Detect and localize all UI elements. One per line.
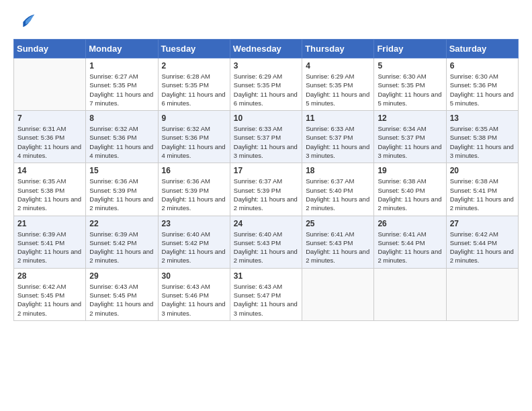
day-info: Sunrise: 6:32 AMSunset: 5:36 PMDaylight:… xyxy=(162,124,226,160)
header-day-tuesday: Tuesday xyxy=(158,40,230,58)
day-number: 11 xyxy=(306,113,370,123)
day-number: 28 xyxy=(17,271,82,281)
calendar-cell: 4Sunrise: 6:29 AMSunset: 5:35 PMDaylight… xyxy=(302,58,374,111)
day-number: 2 xyxy=(162,61,226,71)
day-info: Sunrise: 6:34 AMSunset: 5:37 PMDaylight:… xyxy=(378,124,442,160)
day-info: Sunrise: 6:31 AMSunset: 5:36 PMDaylight:… xyxy=(17,124,82,160)
day-info: Sunrise: 6:40 AMSunset: 5:43 PMDaylight:… xyxy=(234,230,298,265)
calendar-cell: 7Sunrise: 6:31 AMSunset: 5:36 PMDaylight… xyxy=(14,111,86,163)
calendar-week-row: 28Sunrise: 6:42 AMSunset: 5:45 PMDayligh… xyxy=(14,268,519,320)
calendar-cell: 18Sunrise: 6:37 AMSunset: 5:40 PMDayligh… xyxy=(302,163,374,216)
day-info: Sunrise: 6:43 AMSunset: 5:46 PMDaylight:… xyxy=(162,282,226,318)
calendar-cell: 14Sunrise: 6:35 AMSunset: 5:38 PMDayligh… xyxy=(14,163,86,216)
calendar-cell: 31Sunrise: 6:43 AMSunset: 5:47 PMDayligh… xyxy=(230,268,302,320)
day-info: Sunrise: 6:33 AMSunset: 5:37 PMDaylight:… xyxy=(306,124,370,160)
calendar-cell: 2Sunrise: 6:28 AMSunset: 5:35 PMDaylight… xyxy=(158,58,230,111)
day-number: 17 xyxy=(234,166,298,175)
day-number: 20 xyxy=(450,166,515,175)
day-number: 23 xyxy=(162,219,226,228)
day-number: 22 xyxy=(89,219,154,228)
day-info: Sunrise: 6:42 AMSunset: 5:44 PMDaylight:… xyxy=(450,230,515,265)
day-info: Sunrise: 6:33 AMSunset: 5:37 PMDaylight:… xyxy=(234,124,298,160)
calendar-cell: 23Sunrise: 6:40 AMSunset: 5:42 PMDayligh… xyxy=(158,216,230,268)
day-info: Sunrise: 6:39 AMSunset: 5:42 PMDaylight:… xyxy=(89,230,154,265)
day-number: 24 xyxy=(234,219,298,228)
calendar-header-row: SundayMondayTuesdayWednesdayThursdayFrid… xyxy=(14,40,519,58)
day-info: Sunrise: 6:30 AMSunset: 5:35 PMDaylight:… xyxy=(378,72,442,107)
day-number: 6 xyxy=(450,61,515,71)
day-number: 12 xyxy=(378,113,442,123)
day-info: Sunrise: 6:38 AMSunset: 5:40 PMDaylight:… xyxy=(378,177,442,212)
calendar-cell: 20Sunrise: 6:38 AMSunset: 5:41 PMDayligh… xyxy=(446,163,518,216)
day-info: Sunrise: 6:32 AMSunset: 5:36 PMDaylight:… xyxy=(89,124,154,160)
calendar-cell: 6Sunrise: 6:30 AMSunset: 5:36 PMDaylight… xyxy=(446,58,518,111)
calendar-cell: 8Sunrise: 6:32 AMSunset: 5:36 PMDaylight… xyxy=(86,111,158,163)
calendar-cell: 12Sunrise: 6:34 AMSunset: 5:37 PMDayligh… xyxy=(374,111,446,163)
calendar-cell: 17Sunrise: 6:37 AMSunset: 5:39 PMDayligh… xyxy=(230,163,302,216)
header-day-wednesday: Wednesday xyxy=(230,40,302,58)
day-info: Sunrise: 6:28 AMSunset: 5:35 PMDaylight:… xyxy=(162,72,226,107)
day-info: Sunrise: 6:37 AMSunset: 5:39 PMDaylight:… xyxy=(234,177,298,212)
calendar-cell: 10Sunrise: 6:33 AMSunset: 5:37 PMDayligh… xyxy=(230,111,302,163)
calendar-cell: 27Sunrise: 6:42 AMSunset: 5:44 PMDayligh… xyxy=(446,216,518,268)
calendar-week-row: 7Sunrise: 6:31 AMSunset: 5:36 PMDaylight… xyxy=(14,111,519,163)
calendar-cell: 26Sunrise: 6:41 AMSunset: 5:44 PMDayligh… xyxy=(374,216,446,268)
day-number: 29 xyxy=(89,271,154,281)
day-info: Sunrise: 6:41 AMSunset: 5:44 PMDaylight:… xyxy=(378,230,442,265)
day-number: 15 xyxy=(89,166,154,175)
header-day-monday: Monday xyxy=(86,40,158,58)
day-number: 27 xyxy=(450,219,515,228)
day-number: 7 xyxy=(17,113,82,123)
calendar-cell: 1Sunrise: 6:27 AMSunset: 5:35 PMDaylight… xyxy=(86,58,158,111)
day-info: Sunrise: 6:36 AMSunset: 5:39 PMDaylight:… xyxy=(89,177,154,212)
day-number: 31 xyxy=(234,271,298,281)
day-number: 25 xyxy=(306,219,370,228)
calendar-cell: 5Sunrise: 6:30 AMSunset: 5:35 PMDaylight… xyxy=(374,58,446,111)
header-day-saturday: Saturday xyxy=(446,40,518,58)
day-number: 4 xyxy=(306,61,370,71)
day-info: Sunrise: 6:35 AMSunset: 5:38 PMDaylight:… xyxy=(17,177,82,212)
calendar-week-row: 14Sunrise: 6:35 AMSunset: 5:38 PMDayligh… xyxy=(14,163,519,216)
day-number: 1 xyxy=(89,61,154,71)
day-info: Sunrise: 6:43 AMSunset: 5:47 PMDaylight:… xyxy=(234,282,298,318)
day-number: 13 xyxy=(450,113,515,123)
calendar-cell: 22Sunrise: 6:39 AMSunset: 5:42 PMDayligh… xyxy=(86,216,158,268)
logo-mark xyxy=(13,13,36,32)
calendar-cell: 9Sunrise: 6:32 AMSunset: 5:36 PMDaylight… xyxy=(158,111,230,163)
calendar-week-row: 1Sunrise: 6:27 AMSunset: 5:35 PMDaylight… xyxy=(14,58,519,111)
day-info: Sunrise: 6:41 AMSunset: 5:43 PMDaylight:… xyxy=(306,230,370,265)
calendar-cell: 13Sunrise: 6:35 AMSunset: 5:38 PMDayligh… xyxy=(446,111,518,163)
day-number: 3 xyxy=(234,61,298,71)
calendar-cell: 11Sunrise: 6:33 AMSunset: 5:37 PMDayligh… xyxy=(302,111,374,163)
calendar-cell xyxy=(446,268,518,320)
day-info: Sunrise: 6:38 AMSunset: 5:41 PMDaylight:… xyxy=(450,177,515,212)
day-number: 21 xyxy=(17,219,82,228)
day-number: 14 xyxy=(17,166,82,175)
day-info: Sunrise: 6:29 AMSunset: 5:35 PMDaylight:… xyxy=(234,72,298,107)
header-day-thursday: Thursday xyxy=(302,40,374,58)
day-info: Sunrise: 6:40 AMSunset: 5:42 PMDaylight:… xyxy=(162,230,226,265)
calendar-cell xyxy=(374,268,446,320)
calendar-table: SundayMondayTuesdayWednesdayThursdayFrid… xyxy=(13,39,519,321)
day-number: 9 xyxy=(162,113,226,123)
day-number: 10 xyxy=(234,113,298,123)
day-number: 30 xyxy=(162,271,226,281)
day-info: Sunrise: 6:30 AMSunset: 5:36 PMDaylight:… xyxy=(450,72,515,107)
day-number: 18 xyxy=(306,166,370,175)
calendar-cell: 3Sunrise: 6:29 AMSunset: 5:35 PMDaylight… xyxy=(230,58,302,111)
calendar-cell xyxy=(302,268,374,320)
day-info: Sunrise: 6:37 AMSunset: 5:40 PMDaylight:… xyxy=(306,177,370,212)
day-number: 26 xyxy=(378,219,442,228)
calendar-cell: 30Sunrise: 6:43 AMSunset: 5:46 PMDayligh… xyxy=(158,268,230,320)
day-info: Sunrise: 6:42 AMSunset: 5:45 PMDaylight:… xyxy=(17,282,82,318)
calendar-cell: 19Sunrise: 6:38 AMSunset: 5:40 PMDayligh… xyxy=(374,163,446,216)
calendar-cell: 15Sunrise: 6:36 AMSunset: 5:39 PMDayligh… xyxy=(86,163,158,216)
day-number: 19 xyxy=(378,166,442,175)
day-number: 5 xyxy=(378,61,442,71)
day-info: Sunrise: 6:35 AMSunset: 5:38 PMDaylight:… xyxy=(450,124,515,160)
calendar-week-row: 21Sunrise: 6:39 AMSunset: 5:41 PMDayligh… xyxy=(14,216,519,268)
calendar-cell: 24Sunrise: 6:40 AMSunset: 5:43 PMDayligh… xyxy=(230,216,302,268)
day-info: Sunrise: 6:29 AMSunset: 5:35 PMDaylight:… xyxy=(306,72,370,107)
day-info: Sunrise: 6:39 AMSunset: 5:41 PMDaylight:… xyxy=(17,230,82,265)
calendar-cell: 25Sunrise: 6:41 AMSunset: 5:43 PMDayligh… xyxy=(302,216,374,268)
